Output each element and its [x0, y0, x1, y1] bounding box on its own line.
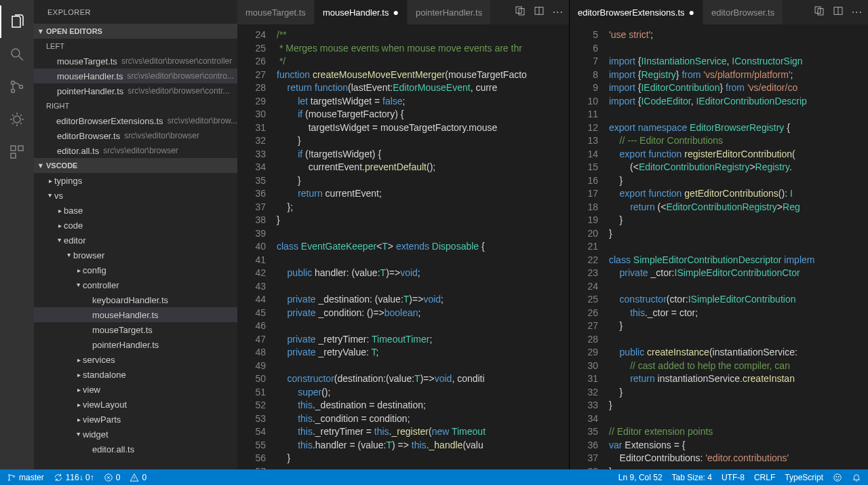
open-editor-path: src\vs\editor\browser [103, 146, 178, 155]
editor-pane-right: editorBrowserExtensions.ts●editorBrowser… [570, 0, 868, 469]
tab-size[interactable]: Tab Size: 4 [672, 473, 712, 482]
tree-folder[interactable]: ▸controller [34, 277, 237, 292]
code-area-right[interactable]: 5 6 7 8 9 10 11 12 13 14 15 16 17 18 19 … [570, 24, 868, 469]
open-editor-name: mouseTarget.ts [57, 56, 117, 66]
eol[interactable]: CRLF [754, 473, 775, 482]
svg-point-3 [20, 85, 23, 89]
chevron-icon: ▸ [75, 430, 83, 438]
language-mode[interactable]: TypeScript [785, 473, 823, 482]
tree-label: controller [83, 280, 119, 290]
tree-folder[interactable]: ▸viewLayout [34, 397, 237, 412]
open-editor-name: editorBrowserExtensions.ts [56, 116, 163, 126]
open-editor-item[interactable]: ×editorBrowser.tssrc\vs\editor\browser [34, 128, 237, 143]
line-gutter: 24 25 26 27 28 29 30 31 32 33 34 35 36 3… [237, 24, 277, 469]
tree-label: viewLayout [83, 400, 127, 410]
open-editor-item[interactable]: ×mouseTarget.tssrc\vs\editor\browser\con… [34, 54, 237, 69]
vscode-root-header[interactable]: ▸VSCODE [34, 158, 237, 173]
tree-folder[interactable]: ▸viewParts [34, 412, 237, 427]
cursor-position[interactable]: Ln 9, Col 52 [618, 473, 663, 482]
chevron-icon: ▸ [56, 236, 64, 244]
dirty-indicator: ● [393, 7, 398, 18]
svg-rect-6 [18, 146, 23, 151]
tree-file[interactable]: keyboardHandler.ts [34, 292, 237, 307]
compare-icon[interactable] [814, 5, 825, 19]
tree-file[interactable]: mouseTarget.ts [34, 322, 237, 337]
open-editor-name: pointerHandler.ts [57, 86, 123, 96]
extensions-icon[interactable] [0, 136, 34, 168]
tree-label: view [83, 385, 100, 395]
chevron-icon: ▸ [75, 281, 83, 289]
open-editor-path: src\vs\editor\browser\contro... [127, 71, 234, 81]
tree-file[interactable]: mouseHandler.ts [34, 307, 237, 322]
sidebar: EXPLORER ▸OPEN EDITORS LEFT ×mouseTarget… [34, 0, 237, 469]
warnings-count[interactable]: 0 [130, 473, 146, 482]
tree-label: base [64, 206, 83, 216]
editor-tab[interactable]: editorBrowserExtensions.ts● [570, 0, 703, 24]
open-editors-header[interactable]: ▸OPEN EDITORS [34, 24, 237, 39]
more-icon[interactable]: ··· [553, 6, 564, 18]
tree-label: keyboardHandler.ts [92, 295, 168, 305]
tree-folder[interactable]: ▸typings [34, 173, 237, 188]
code-content[interactable]: 'use strict'; import {IInstantiationServ… [609, 24, 868, 469]
tabbar-left: mouseTarget.tsmouseHandler.ts●pointerHan… [237, 0, 569, 24]
chevron-icon: ▸ [75, 267, 83, 274]
tree-folder[interactable]: ▸standalone [34, 367, 237, 382]
editor-tab[interactable]: mouseHandler.ts● [315, 0, 408, 24]
errors-count[interactable]: 0 [104, 473, 121, 482]
tree-folder[interactable]: ▸vs [34, 188, 237, 203]
notifications-icon[interactable] [852, 473, 861, 482]
editor-tab[interactable]: mouseTarget.ts [237, 0, 315, 24]
tree-folder[interactable]: ▸view [34, 382, 237, 397]
tree-file[interactable]: editor.all.ts [34, 442, 237, 457]
svg-point-19 [836, 476, 837, 477]
svg-point-4 [14, 116, 20, 123]
svg-point-14 [8, 474, 9, 476]
tree-folder[interactable]: ▸services [34, 352, 237, 367]
code-area-left[interactable]: 24 25 26 27 28 29 30 31 32 33 34 35 36 3… [237, 24, 569, 469]
explorer-icon[interactable] [0, 5, 34, 38]
tree-label: vs [54, 191, 63, 201]
split-icon[interactable] [534, 5, 545, 19]
tree-file[interactable]: pointerHandler.ts [34, 337, 237, 352]
tree-label: editor.all.ts [92, 444, 134, 454]
tree-folder[interactable]: ▸editor [34, 233, 237, 248]
tab-label: editorBrowser.ts [711, 7, 774, 18]
tab-label: mouseHandler.ts [323, 7, 389, 18]
editor-tab[interactable]: editorBrowser.ts [703, 0, 783, 24]
editor-tab[interactable]: pointerHandler.ts [408, 0, 491, 24]
code-content[interactable]: /** * Merges mouse events when mouse mov… [277, 24, 569, 469]
chevron-icon: ▸ [75, 371, 83, 379]
open-editor-path: src\vs\editor\browser [124, 131, 199, 140]
debug-icon[interactable] [0, 103, 34, 136]
tree-folder[interactable]: ▸code [34, 218, 237, 233]
chevron-icon: ▸ [47, 191, 54, 199]
tree-label: mouseHandler.ts [92, 310, 159, 320]
editor-area: mouseTarget.tsmouseHandler.ts●pointerHan… [237, 0, 868, 469]
dirty-indicator: ● [689, 7, 694, 18]
feedback-icon[interactable] [833, 473, 842, 482]
tree-folder[interactable]: ▸browser [34, 248, 237, 263]
open-editor-path: src\vs\editor\browser\controller [121, 56, 232, 66]
tree-label: pointerHandler.ts [92, 340, 159, 350]
git-icon[interactable] [0, 71, 34, 103]
open-editor-item[interactable]: ×editor.all.tssrc\vs\editor\browser [34, 143, 237, 158]
tab-label: mouseTarget.ts [245, 7, 306, 18]
open-editor-item[interactable]: ×pointerHandler.tssrc\vs\editor\browser\… [34, 83, 237, 98]
search-icon[interactable] [0, 38, 34, 71]
git-sync[interactable]: 116↓ 0↑ [54, 473, 94, 482]
open-editor-item[interactable]: ×mouseHandler.tssrc\vs\editor\browser\co… [34, 69, 237, 83]
tree-folder[interactable]: ▸config [34, 263, 237, 277]
encoding[interactable]: UTF-8 [722, 473, 745, 482]
tree-folder[interactable]: ▸widget [34, 427, 237, 442]
compare-icon[interactable] [515, 5, 526, 19]
git-branch[interactable]: master [7, 473, 44, 482]
split-icon[interactable] [833, 5, 844, 19]
tree-label: typings [54, 176, 82, 186]
tree-folder[interactable]: ▸base [34, 203, 237, 218]
more-icon[interactable]: ··· [852, 6, 863, 18]
tree-label: services [83, 355, 115, 365]
tree-label: viewParts [83, 414, 121, 425]
svg-point-20 [838, 476, 839, 477]
tab-label: editorBrowserExtensions.ts [578, 7, 685, 18]
open-editor-item[interactable]: ×editorBrowserExtensions.tssrc\vs\editor… [34, 113, 237, 128]
